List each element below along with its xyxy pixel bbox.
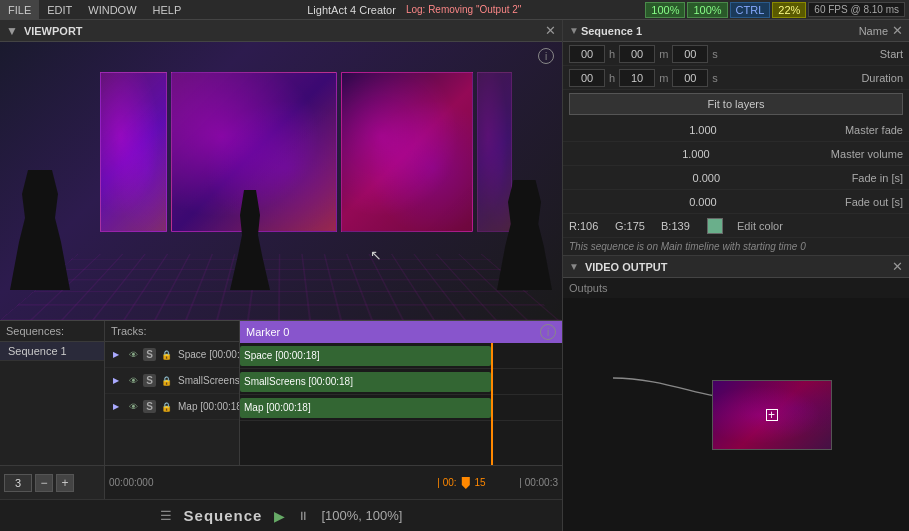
transport-label: Sequence: [184, 507, 263, 524]
properties-header: ▼ Sequence 1 Name ✕: [563, 20, 909, 42]
track-minus-button[interactable]: −: [35, 474, 53, 492]
track-lock-1[interactable]: 🔒: [159, 348, 173, 362]
viewport-canvas[interactable]: i ↖: [0, 42, 562, 320]
timeline-marker-bar[interactable]: Marker 0 i: [240, 321, 562, 343]
duration-label: Duration: [861, 72, 903, 84]
floor-grid: [0, 254, 562, 320]
stat-zoom1[interactable]: 100%: [645, 2, 685, 18]
track-lock-2[interactable]: 🔒: [159, 374, 173, 388]
timeline-clip-space[interactable]: Space [00:00:18]: [240, 346, 491, 366]
left-column: ▼ VIEWPORT ✕ i ↖: [0, 20, 562, 531]
sequence-note: This sequence is on Main timeline with s…: [563, 238, 909, 255]
menu-help[interactable]: HELP: [145, 0, 190, 19]
screen-map: [341, 72, 474, 232]
ruler-time-marker: 15: [475, 477, 486, 488]
color-g: G:175: [615, 220, 655, 232]
master-volume-label: Master volume: [831, 148, 903, 160]
marker-label: Marker 0: [246, 326, 289, 338]
properties-close-button[interactable]: ✕: [892, 23, 903, 38]
silhouette-left: [10, 170, 70, 290]
track-plus-button[interactable]: +: [56, 474, 74, 492]
track-solo-3[interactable]: S: [143, 400, 156, 413]
timeline-ruler[interactable]: 00:00:000 | 00: 15 | 00:00:3: [105, 466, 562, 499]
menu-bar: FILE EDIT WINDOW HELP LightAct 4 Creator…: [0, 0, 909, 20]
timeline-content[interactable]: Marker 0 i Space [00:00:18] SmallScre: [240, 321, 562, 465]
timeline-track-1[interactable]: Space [00:00:18]: [240, 343, 562, 369]
vo-outputs-label: Outputs: [563, 278, 909, 298]
timeline-area: Sequences: Sequence 1 Tracks: ▶ 👁 S 🔒 Sp…: [0, 320, 562, 499]
fade-out-row: 0.000 Fade out [s]: [563, 190, 909, 214]
duration-h-field[interactable]: 00: [569, 69, 605, 87]
timeline-track-3[interactable]: Map [00:00:18]: [240, 395, 562, 421]
pause-button[interactable]: ⏸: [297, 509, 309, 523]
track-play-1[interactable]: ▶: [109, 348, 123, 362]
vo-canvas[interactable]: [563, 298, 909, 531]
duration-row: 00 h 10 m 00 s Duration: [563, 66, 909, 90]
stat-ctrl[interactable]: CTRL: [730, 2, 771, 18]
track-label-2: SmallScreens [00:00:18]: [178, 375, 239, 386]
master-volume-value[interactable]: 1.000: [569, 148, 823, 160]
properties-title: Sequence 1: [581, 25, 859, 37]
ruler-time-start: 00:00:000: [109, 477, 154, 488]
track-solo-1[interactable]: S: [143, 348, 156, 361]
sequences-header: Sequences:: [0, 321, 104, 342]
color-r: R:106: [569, 220, 609, 232]
duration-s-field[interactable]: 00: [672, 69, 708, 87]
start-label: Start: [880, 48, 903, 60]
track-eye-1[interactable]: 👁: [126, 348, 140, 362]
timeline-top: Sequences: Sequence 1 Tracks: ▶ 👁 S 🔒 Sp…: [0, 321, 562, 465]
play-button[interactable]: ▶: [274, 508, 285, 524]
screen-wall: [100, 72, 512, 232]
vo-collapse-icon[interactable]: ▼: [569, 261, 579, 272]
fade-in-value[interactable]: 0.000: [569, 172, 844, 184]
track-solo-2[interactable]: S: [143, 374, 156, 387]
start-s-unit: s: [712, 48, 718, 60]
viewport-info-icon[interactable]: i: [538, 48, 554, 64]
track-play-3[interactable]: ▶: [109, 400, 123, 414]
fit-to-layers-button[interactable]: Fit to layers: [569, 93, 903, 115]
track-eye-3[interactable]: 👁: [126, 400, 140, 414]
timeline-clip-small[interactable]: SmallScreens [00:00:18]: [240, 372, 491, 392]
menu-edit[interactable]: EDIT: [39, 0, 80, 19]
screen-right: [477, 72, 512, 232]
start-h-field[interactable]: 00: [569, 45, 605, 63]
start-row: 00 h 00 m 00 s Start: [563, 42, 909, 66]
track-eye-2[interactable]: 👁: [126, 374, 140, 388]
master-fade-value[interactable]: 1.000: [569, 124, 837, 136]
menu-window[interactable]: WINDOW: [80, 0, 144, 19]
color-swatch[interactable]: [707, 218, 723, 234]
viewport-close-button[interactable]: ✕: [545, 23, 556, 38]
timeline-tracks-area[interactable]: Space [00:00:18] SmallScreens [00:00:18]…: [240, 343, 562, 465]
vo-close-button[interactable]: ✕: [892, 259, 903, 274]
track-lock-3[interactable]: 🔒: [159, 400, 173, 414]
properties-collapse-icon[interactable]: ▼: [569, 25, 579, 36]
color-row: R:106 G:175 B:139 Edit color: [563, 214, 909, 238]
sequence-item[interactable]: Sequence 1: [0, 342, 104, 361]
duration-m-field[interactable]: 10: [619, 69, 655, 87]
vo-title: VIDEO OUTPUT: [585, 261, 668, 273]
start-h-unit: h: [609, 48, 615, 60]
stat-zoom2[interactable]: 100%: [687, 2, 727, 18]
main-area: ▼ VIEWPORT ✕ i ↖: [0, 20, 909, 531]
properties-name-label: Name: [859, 25, 888, 37]
track-count-box[interactable]: 3: [4, 474, 32, 492]
hamburger-icon[interactable]: ☰: [160, 508, 172, 523]
timeline-clip-map[interactable]: Map [00:00:18]: [240, 398, 491, 418]
fade-out-value[interactable]: 0.000: [569, 196, 837, 208]
timeline-track-2[interactable]: SmallScreens [00:00:18]: [240, 369, 562, 395]
track-label-3: Map [00:00:18]: [178, 401, 239, 412]
track-label-1: Space [00:00:18]: [178, 349, 239, 360]
svg-marker-0: [462, 477, 470, 489]
start-s-field[interactable]: 00: [672, 45, 708, 63]
track-play-2[interactable]: ▶: [109, 374, 123, 388]
viewport-collapse-icon[interactable]: ▼: [6, 24, 18, 38]
menu-file[interactable]: FILE: [0, 0, 39, 19]
timeline-bottom-bar: 3 − + 00:00:000 | 00: 15 | 00:00:3: [0, 465, 562, 499]
vo-output-thumbnail[interactable]: [712, 380, 832, 450]
viewport-header: ▼ VIEWPORT ✕: [0, 20, 562, 42]
playhead: [491, 343, 493, 465]
marker-info-icon[interactable]: i: [540, 324, 556, 340]
start-m-field[interactable]: 00: [619, 45, 655, 63]
track-count-area: 3 − +: [0, 466, 105, 499]
master-volume-row: 1.000 Master volume: [563, 142, 909, 166]
